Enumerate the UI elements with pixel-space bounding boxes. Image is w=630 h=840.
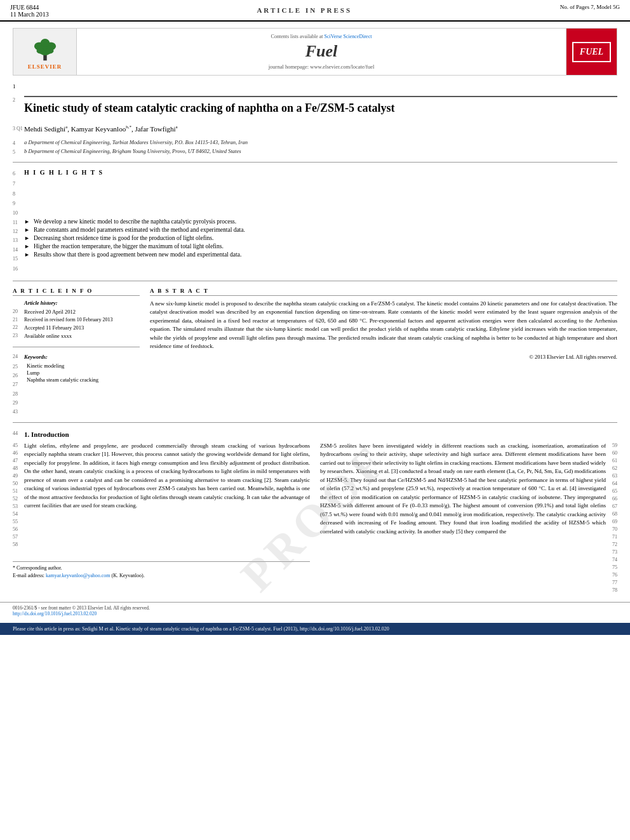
sciverse-line: Contents lists available at SciVerse Sci… (271, 34, 372, 39)
page-number: 1 (0, 82, 630, 91)
line-nums-kw: 2526272829 (13, 363, 24, 408)
journal-title: Fuel (305, 42, 338, 61)
line-num-77: 77 (607, 579, 617, 587)
line-num-4: 4 (13, 139, 24, 146)
line-num-53: 53 (13, 503, 24, 510)
abstract-col: A B S T R A C T A new six-lump kinetic m… (150, 288, 617, 408)
intro-col-left: 45 46 47 48 49 50 51 52 53 54 55 56 57 5… (13, 442, 310, 594)
available-online: Available online xxxx (24, 333, 140, 339)
line-num-73: 73 (607, 549, 617, 556)
intro-section-title: 1. Introduction (24, 430, 69, 438)
line-num-10: 10 (13, 208, 24, 218)
line-num-46: 46 (13, 450, 24, 457)
article-section: 2 Kinetic study of steam catalytic crack… (0, 91, 630, 594)
line-num-74: 74 (607, 556, 617, 564)
line-num-2: 2 (13, 96, 24, 103)
intro-right-text: ZSM-5 zeolites have been investigated wi… (320, 442, 606, 537)
header-left: JFUE 6844 11 March 2013 (10, 4, 49, 18)
line-num-24: 24 (13, 354, 24, 361)
line-num-58: 58 (13, 541, 24, 549)
article-in-press-label: ARTICLE IN PRESS (257, 6, 352, 14)
line-num-66: 66 (607, 495, 617, 503)
line-num-23: 23 (13, 333, 24, 340)
highlight-text-4: Higher the reaction temperature, the big… (34, 243, 224, 250)
svg-point-6 (45, 48, 53, 54)
introduction-section: 44 1. Introduction PROOF 45 46 47 (13, 430, 617, 594)
authors-line: Mehdi Sedighia, Kamyar Keyvanloob,*, Jaf… (24, 124, 617, 133)
footer-doi-link[interactable]: http://dx.doi.org/10.1016/j.fuel.2013.02… (13, 611, 97, 617)
line-num-16: 16 (13, 266, 24, 272)
keywords-section: 24 Keywords: 2526272829 Kinetic modeling… (13, 354, 140, 408)
highlight-text-3: Decreasing short residence time is good … (34, 235, 213, 241)
line-num-63: 63 (607, 472, 617, 480)
email-link[interactable]: kamyar.keyvanloo@yahoo.com (46, 573, 111, 578)
separator-body (13, 422, 617, 423)
keyword-3: Naphtha steam catalytic cracking (24, 377, 140, 383)
author-kamyar: Kamyar Keyvanloo (71, 125, 126, 133)
elsevier-logo: ELSEVIER (26, 34, 64, 70)
journal-id: JFUE 6844 (10, 4, 49, 11)
line-num-59: 59 (607, 442, 617, 450)
line-num-70: 70 (607, 526, 617, 533)
page-footer: 0016-2361/$ - see front matter © 2013 El… (0, 602, 630, 619)
elsevier-brand-text: ELSEVIER (28, 63, 62, 70)
line-num-9: 9 (13, 199, 24, 208)
separator-keywords (13, 347, 140, 347)
line-num-44: 44 (13, 430, 24, 436)
line-num-54: 54 (13, 510, 24, 518)
highlight-text-5: Results show that there is good agreemen… (34, 251, 241, 258)
author-jafar: Jafar Towfighi (135, 125, 175, 133)
line-num-13: 13 (13, 236, 24, 245)
line-num-15: 15 (13, 255, 24, 263)
affiliation-a: a Department of Chemical Engineering, Ta… (24, 139, 617, 145)
revised-date: Received in revised form 10 February 201… (24, 317, 140, 323)
line-num-55: 55 (13, 518, 24, 526)
line-num-22: 22 (13, 324, 24, 332)
highlight-text-2: Rate constants and model parameters esti… (34, 227, 245, 233)
journal-center-info: Contents lists available at SciVerse Sci… (77, 29, 566, 75)
affiliation-b: b Department of Chemical Engineering, Br… (24, 148, 617, 154)
highlight-item-3: ► Decreasing short residence time is goo… (24, 235, 617, 241)
keyword-1: Kinetic modeling (24, 363, 140, 369)
line-num-18-19 (13, 300, 24, 307)
article-info-header: A R T I C L E I N F O (13, 288, 140, 296)
line-num-43: 43 (13, 409, 24, 415)
elsevier-logo-area: ELSEVIER (13, 29, 77, 75)
line-num-8: 8 (13, 189, 24, 199)
author-mehdi: Mehdi Sedighi (24, 125, 65, 133)
line-num-67: 67 (607, 503, 617, 510)
line-num-78: 78 (607, 587, 617, 594)
footer-doi: http://dx.doi.org/10.1016/j.fuel.2013.02… (13, 611, 617, 617)
info-abstract-section: A R T I C L E I N F O Article history: 2… (13, 288, 617, 408)
line-num-68: 68 (607, 510, 617, 518)
line-num-61: 61 (607, 457, 617, 465)
highlight-text-1: We develop a new kinetic model to descri… (34, 218, 236, 225)
line-num-75: 75 (607, 564, 617, 571)
cite-text: Please cite this article in press as: Se… (13, 626, 389, 632)
elsevier-tree-icon (26, 34, 64, 62)
intro-left-text: Light olefins, ethylene and propylene, a… (24, 442, 310, 510)
svg-point-4 (40, 39, 49, 47)
line-num-47: 47 (13, 457, 24, 465)
line-num-71: 71 (607, 533, 617, 541)
abstract-header: A B S T R A C T (150, 288, 617, 296)
body-text-cols: PROOF 45 46 47 48 49 50 51 52 53 54 (13, 442, 617, 594)
intro-col-right: ZSM-5 zeolites have been investigated wi… (320, 442, 617, 594)
line-num-49: 49 (13, 472, 24, 480)
journal-banner: ELSEVIER Contents lists available at Sci… (13, 28, 617, 76)
line-num-76: 76 (607, 571, 617, 579)
article-title: Kinetic study of steam catalytic crackin… (24, 96, 617, 119)
line-num-56: 56 (13, 526, 24, 533)
fuel-badge-area: FUEL (566, 29, 617, 75)
line-num-48: 48 (13, 465, 24, 472)
keyword-2: Lump (24, 370, 140, 376)
received-date: Received 20 April 2012 (24, 309, 140, 315)
bullet-1: ► (24, 218, 30, 225)
fuel-badge: FUEL (572, 42, 611, 62)
sciverse-link[interactable]: SciVerse ScienceDirect (325, 34, 372, 39)
bullet-3: ► (24, 235, 30, 241)
line-num-21: 21 (13, 317, 24, 324)
highlights-list: ► We develop a new kinetic model to desc… (24, 218, 617, 258)
line-num-6: 6 (13, 169, 24, 179)
highlight-item-1: ► We develop a new kinetic model to desc… (24, 218, 617, 225)
